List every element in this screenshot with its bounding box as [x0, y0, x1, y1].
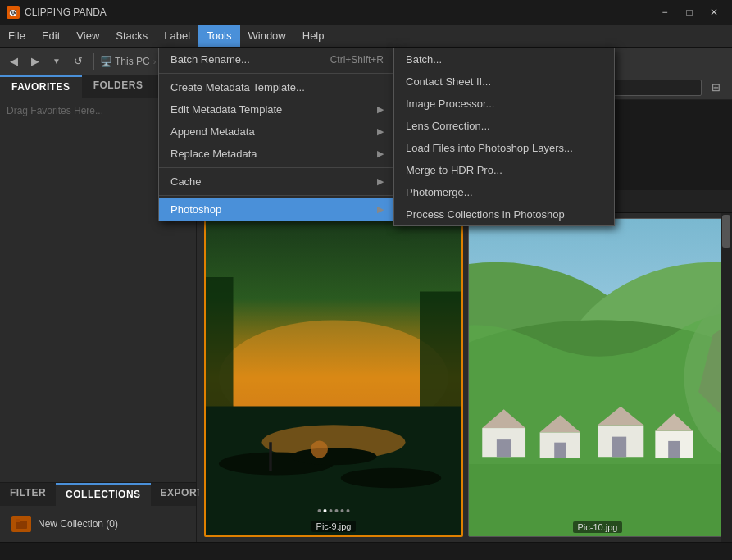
submenu-merge-hdr[interactable]: Merge to HDR Pro... [394, 159, 614, 181]
nav-dropdown-button[interactable]: ▼ [48, 54, 66, 68]
batch-label: Batch... [406, 53, 442, 66]
tab-filter[interactable]: FILTER [0, 483, 56, 506]
photo-hills-image [469, 219, 726, 536]
menu-help[interactable]: Help [294, 25, 333, 47]
edit-metadata-label: Edit Metadata Template [170, 103, 282, 116]
photoshop-arrow: ▶ [377, 204, 384, 215]
sep-1 [159, 73, 395, 74]
sep-2 [159, 167, 395, 168]
favorites-placeholder: Drag Favorites Here... [7, 105, 103, 116]
dot-4 [335, 509, 339, 512]
statusbar [0, 542, 732, 560]
bottom-tabs: FILTER COLLECTIONS EXPORT [0, 483, 196, 506]
photoshop-submenu: Batch... Contact Sheet II... Image Proce… [393, 48, 615, 226]
menu-view[interactable]: View [68, 25, 107, 47]
bottom-sidebar: FILTER COLLECTIONS EXPORT New Collection… [0, 482, 196, 542]
menu-batch-rename[interactable]: Batch Rename... Ctrl+Shift+R [159, 48, 395, 71]
menu-tools[interactable]: Tools [198, 25, 239, 47]
submenu-load-files[interactable]: Load Files into Photoshop Layers... [394, 137, 614, 159]
submenu-batch[interactable]: Batch... [394, 48, 614, 71]
dot-6 [347, 509, 350, 512]
photoshop-label: Photoshop [170, 203, 221, 216]
contact-sheet-label: Contact Sheet II... [406, 75, 491, 88]
image-processor-label: Image Processor... [406, 98, 494, 110]
submenu-image-processor[interactable]: Image Processor... [394, 93, 614, 115]
dot-5 [341, 509, 344, 512]
append-metadata-label: Append Metadata [170, 125, 255, 138]
scroll-thumb[interactable] [722, 215, 730, 248]
merge-hdr-label: Merge to HDR Pro... [406, 164, 502, 176]
dot-2 [324, 509, 327, 512]
search-expand-icon[interactable]: ⊞ [707, 79, 725, 96]
photomerge-label: Photomerge... [406, 186, 473, 198]
menubar: File Edit View Stacks Label Tools Window… [0, 25, 732, 48]
edit-metadata-arrow: ▶ [377, 104, 384, 115]
menu-edit[interactable]: Edit [34, 25, 68, 47]
photo-cell-2[interactable]: Pic-10.jpg [468, 218, 727, 537]
titlebar-title: CLIPPING PANDA [25, 7, 107, 18]
svg-point-17 [291, 448, 377, 465]
menu-edit-metadata[interactable]: Edit Metadata Template ▶ [159, 98, 395, 121]
replace-metadata-arrow: ▶ [377, 148, 384, 159]
menu-label[interactable]: Label [156, 25, 198, 47]
tools-menu: Batch Rename... Ctrl+Shift+R Create Meta… [158, 48, 396, 221]
titlebar: 🐼 CLIPPING PANDA − □ ✕ [0, 0, 732, 25]
collection-item-new[interactable]: New Collection (0) [7, 512, 189, 535]
app-icon: 🐼 [7, 6, 20, 19]
load-files-label: Load Files into Photoshop Layers... [406, 142, 573, 154]
refresh-button[interactable]: ↺ [69, 52, 88, 70]
photo-2-label: Pic-10.jpg [573, 521, 623, 533]
svg-rect-29 [497, 439, 511, 457]
minimize-button[interactable]: − [653, 3, 676, 21]
svg-rect-1 [16, 519, 20, 522]
menu-photoshop[interactable]: Photoshop ▶ [159, 198, 395, 221]
collection-label: New Collection (0) [38, 518, 118, 530]
append-metadata-arrow: ▶ [377, 126, 384, 137]
titlebar-controls: − □ ✕ [653, 3, 725, 21]
svg-rect-11 [206, 277, 234, 421]
close-button[interactable]: ✕ [702, 3, 725, 21]
menu-window[interactable]: Window [240, 25, 294, 47]
menu-append-metadata[interactable]: Append Metadata ▶ [159, 121, 395, 143]
cache-label: Cache [170, 175, 202, 188]
menu-file[interactable]: File [0, 25, 34, 47]
svg-rect-35 [612, 437, 627, 458]
photo-1-label: Pic-9.jpg [311, 521, 357, 532]
svg-rect-18 [269, 442, 272, 471]
nav-forward-button[interactable]: ▶ [26, 52, 44, 70]
create-metadata-label: Create Metadata Template... [170, 81, 305, 93]
photo-cell-1[interactable]: Pic-9.jpg [204, 218, 463, 537]
titlebar-left: 🐼 CLIPPING PANDA [7, 6, 107, 19]
submenu-process-collections[interactable]: Process Collections in Photoshop [394, 203, 614, 225]
nav-back-button[interactable]: ◀ [5, 52, 23, 70]
process-collections-label: Process Collections in Photoshop [406, 208, 565, 221]
submenu-contact-sheet[interactable]: Contact Sheet II... [394, 71, 614, 93]
svg-point-16 [341, 468, 442, 489]
tab-favorites[interactable]: FAVORITES [0, 75, 82, 98]
tab-collections[interactable]: COLLECTIONS [56, 483, 151, 506]
batch-rename-label: Batch Rename... [170, 53, 250, 66]
path-sep-1: › [153, 57, 157, 66]
menu-stacks[interactable]: Stacks [107, 25, 156, 47]
collections-content: New Collection (0) [0, 506, 196, 542]
submenu-lens-correction[interactable]: Lens Correction... [394, 115, 614, 137]
toolbar-sep-1 [93, 53, 94, 70]
sep-3 [159, 195, 395, 196]
menu-cache[interactable]: Cache ▶ [159, 171, 395, 193]
path-computer[interactable]: 🖥️ This PC [100, 56, 150, 67]
dot-1 [318, 509, 321, 512]
maximize-button[interactable]: □ [678, 3, 701, 21]
svg-rect-38 [668, 441, 680, 458]
svg-rect-32 [554, 443, 566, 458]
batch-rename-shortcut: Ctrl+Shift+R [330, 54, 384, 66]
svg-rect-12 [420, 292, 461, 421]
cache-arrow: ▶ [377, 176, 384, 187]
collection-icon [11, 516, 31, 532]
scrollbar[interactable] [721, 213, 732, 542]
submenu-photomerge[interactable]: Photomerge... [394, 181, 614, 203]
photo-dots [318, 509, 350, 512]
menu-create-metadata[interactable]: Create Metadata Template... [159, 76, 395, 98]
menu-replace-metadata[interactable]: Replace Metadata ▶ [159, 143, 395, 165]
dot-3 [330, 509, 333, 512]
tab-folders[interactable]: FOLDERS [82, 75, 155, 98]
